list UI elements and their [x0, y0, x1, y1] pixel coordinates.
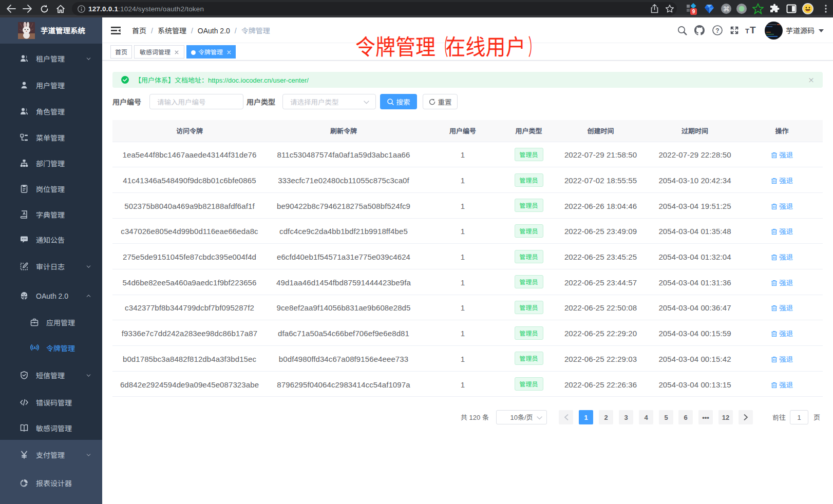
svg-text:?: ? — [715, 27, 719, 34]
svg-text:⌘: ⌘ — [723, 5, 730, 13]
svg-text:T: T — [750, 25, 756, 35]
svg-text:9: 9 — [692, 9, 695, 14]
svg-text:A: A — [33, 346, 36, 350]
svg-text:T: T — [745, 27, 749, 35]
